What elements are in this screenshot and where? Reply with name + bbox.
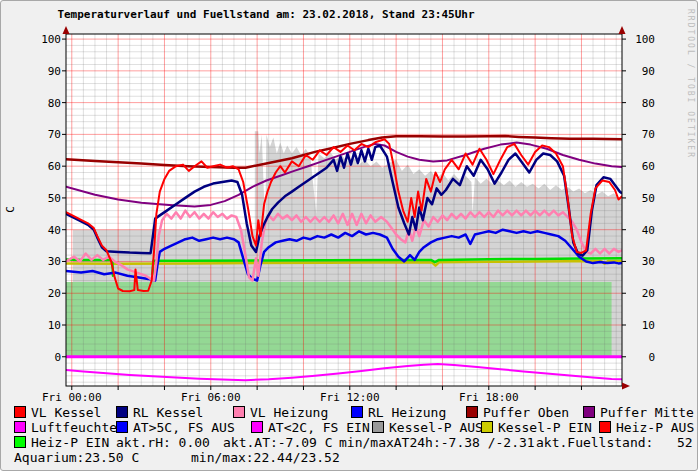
- y-tick-label-left: 60: [48, 160, 61, 173]
- y-tick-label-right: 90: [642, 65, 655, 78]
- legend-swatch-kessel-p-aus: [372, 421, 384, 433]
- y-tick-label-left: 90: [48, 65, 61, 78]
- y-tick-label-left: 40: [48, 224, 61, 237]
- legend-item-akt-fuellstand-52: akt.Fuellstand: 52: [536, 436, 693, 450]
- legend-item-rl-kessel: RL Kessel: [116, 406, 203, 420]
- legend-label: VL Kessel: [31, 405, 101, 420]
- chart-canvas: 0010102020303040405050606070708080909010…: [1, 1, 698, 471]
- legend-swatch-puffer-oben: [466, 406, 478, 418]
- legend-item-at-5c-fs-aus: AT>5C, FS AUS: [116, 421, 235, 435]
- y-tick-label-left: 70: [48, 128, 61, 141]
- legend-swatch-puffer-mitte: [583, 406, 595, 418]
- legend-item-akt-at-7-09-c: akt.AT:-7.09 C: [223, 436, 333, 450]
- legend-label: Heiz-P EIN: [31, 435, 109, 450]
- y-tick-label-left: 80: [48, 97, 61, 110]
- legend-item-puffer-oben: Puffer Oben: [466, 406, 569, 420]
- legend-label: Heiz-P AUS: [616, 420, 694, 435]
- legend-label: min/maxAT24h:-7.38 /-2.31: [339, 435, 535, 450]
- y-tick-label-left: 10: [48, 319, 61, 332]
- y-tick-label-right: 30: [642, 255, 655, 268]
- legend-label: AT>5C, FS AUS: [133, 420, 235, 435]
- y-tick-label-right: 80: [642, 97, 655, 110]
- y-tick-label-left: 100: [41, 33, 61, 46]
- y-tick-label-right: 100: [635, 33, 655, 46]
- legend-label: Aquarium:23.50 C: [14, 450, 139, 465]
- legend-item-kessel-p-ein: Kessel-P EIN: [481, 421, 592, 435]
- legend-swatch-vl-heizung: [233, 406, 245, 418]
- legend-label: akt.rH: 0.00: [116, 435, 210, 450]
- y-tick-label-right: 40: [642, 224, 655, 237]
- legend-swatch-luftfeuchte: [14, 421, 26, 433]
- legend-item-puffer-mitte: Puffer Mitte: [583, 406, 694, 420]
- legend-item-heiz-p-ein: Heiz-P EIN: [14, 436, 109, 450]
- legend-label: akt.Fuellstand: 52: [536, 435, 693, 450]
- legend-item-heiz-p-aus: Heiz-P AUS: [599, 421, 694, 435]
- y-tick-label-right: 20: [642, 287, 655, 300]
- y-tick-label-left: 50: [48, 192, 61, 205]
- y-tick-label-right: 50: [642, 192, 655, 205]
- legend-item-at-2c-fs-ein: AT<2C, FS EIN: [251, 421, 370, 435]
- y-tick-label-right: 70: [642, 128, 655, 141]
- legend-label: Luftfeuchte: [31, 420, 117, 435]
- legend-item-kessel-p-aus: Kessel-P AUS: [372, 421, 483, 435]
- legend-item-aquarium-23-50-c: Aquarium:23.50 C: [14, 451, 139, 465]
- y-tick-label-right: 10: [642, 319, 655, 332]
- legend-label: akt.AT:-7.09 C: [223, 435, 333, 450]
- legend-label: min/max:22.44/23.52: [191, 450, 340, 465]
- x-tick-label: Fri 12:00: [320, 391, 380, 404]
- x-tick-label: Fri 06:00: [181, 391, 241, 404]
- legend-swatch-heiz-p-ein: [14, 436, 26, 448]
- legend-item-min-max-22-44-23-52: min/max:22.44/23.52: [191, 451, 340, 465]
- legend-item-min-maxat24h-7-38-2-31: min/maxAT24h:-7.38 /-2.31: [339, 436, 535, 450]
- x-tick-label: Fri 00:00: [42, 391, 102, 404]
- legend-swatch-at-2c-fs-ein: [251, 421, 263, 433]
- legend-swatch-rl-kessel: [116, 406, 128, 418]
- legend-label: Kessel-P EIN: [498, 420, 592, 435]
- legend-swatch-at-5c-fs-aus: [116, 421, 128, 433]
- legend-item-rl-heizung: RL Heizung: [351, 406, 446, 420]
- y-tick-label-left: 0: [54, 351, 61, 364]
- legend-item-vl-kessel: VL Kessel: [14, 406, 101, 420]
- legend-swatch-heiz-p-aus: [599, 421, 611, 433]
- legend-item-vl-heizung: VL Heizung: [233, 406, 328, 420]
- y-tick-label-right: 60: [642, 160, 655, 173]
- legend-label: RL Kessel: [133, 405, 203, 420]
- legend-label: Puffer Oben: [483, 405, 569, 420]
- legend-swatch-kessel-p-ein: [481, 421, 493, 433]
- x-tick-label: Fri 18:00: [459, 391, 519, 404]
- legend-label: RL Heizung: [368, 405, 446, 420]
- legend-swatch-rl-heizung: [351, 406, 363, 418]
- legend-item-luftfeuchte: Luftfeuchte: [14, 421, 117, 435]
- legend-label: VL Heizung: [250, 405, 328, 420]
- legend-label: AT<2C, FS EIN: [268, 420, 370, 435]
- legend-label: Puffer Mitte: [600, 405, 694, 420]
- rrdtool-graph-window: Temperaturverlauf und Fuellstand am: 23.…: [0, 0, 698, 471]
- y-tick-label-right: 0: [648, 351, 655, 364]
- legend-label: Kessel-P AUS: [389, 420, 483, 435]
- legend-item-akt-rh-0-00: akt.rH: 0.00: [116, 436, 210, 450]
- y-tick-label-left: 30: [48, 255, 61, 268]
- y-tick-label-left: 20: [48, 287, 61, 300]
- legend-swatch-vl-kessel: [14, 406, 26, 418]
